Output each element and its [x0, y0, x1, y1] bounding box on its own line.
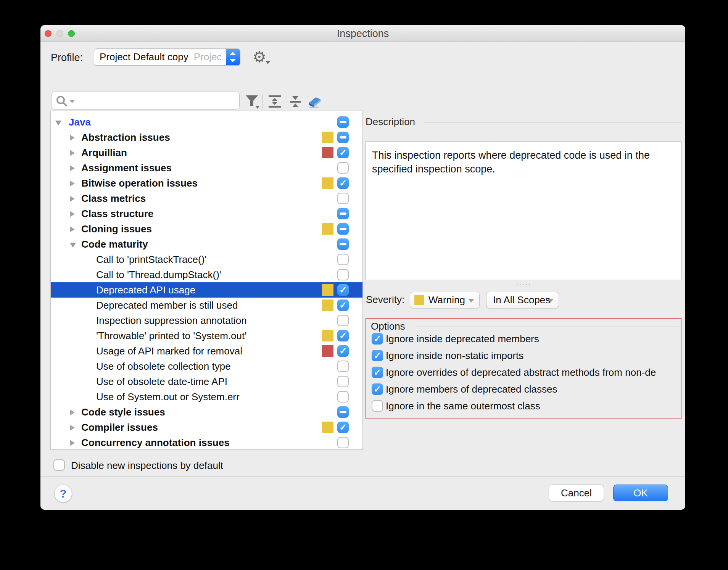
cancel-button[interactable]: Cancel	[549, 485, 604, 501]
option-label: Ignore overrides of deprecated abstract …	[386, 367, 656, 378]
inspection-checkbox[interactable]	[337, 376, 349, 387]
collapse-toggle-icon[interactable]	[55, 121, 61, 126]
option-row[interactable]: Ignore in the same outermost class	[366, 400, 681, 412]
footer-separator	[40, 476, 685, 477]
option-row[interactable]: ✓Ignore inside deprecated members	[366, 333, 681, 345]
inspections-tree[interactable]: JavaAbstraction issuesArquillian✓Assignm…	[50, 111, 363, 450]
tree-row[interactable]: Call to 'printStackTrace()'	[51, 252, 362, 267]
disable-new-inspections-checkbox[interactable]	[53, 459, 65, 471]
tree-row[interactable]: Class structure	[51, 206, 362, 221]
splitter-handle[interactable]: ··········	[513, 282, 535, 288]
tree-row[interactable]: Concurrency annotation issues	[51, 435, 362, 450]
inspection-checkbox[interactable]: ✓	[337, 422, 349, 433]
tree-item-label: Deprecated API usage	[96, 282, 195, 298]
option-row[interactable]: ✓Ignore members of deprecated classes	[366, 383, 681, 395]
tree-row[interactable]: Deprecated member is still used✓	[51, 298, 362, 313]
gear-icon[interactable]: ⚙	[253, 49, 266, 65]
inspection-checkbox[interactable]	[337, 406, 349, 418]
inspection-checkbox[interactable]: ✓	[337, 147, 349, 158]
profile-dropdown[interactable]: Project Default copyProjec	[94, 48, 240, 66]
collapse-toggle-icon[interactable]	[70, 243, 76, 248]
option-checkbox[interactable]: ✓	[372, 350, 383, 361]
option-row[interactable]: ✓Ignore overrides of deprecated abstract…	[366, 367, 681, 378]
inspection-checkbox[interactable]	[337, 269, 349, 280]
inspection-checkbox[interactable]	[337, 132, 349, 143]
expand-toggle-icon[interactable]	[70, 425, 75, 431]
inspection-checkbox[interactable]: ✓	[337, 299, 349, 311]
tree-row[interactable]: Use of obsolete collection type	[51, 359, 362, 374]
chevron-down-icon	[548, 299, 554, 303]
help-button[interactable]: ?	[54, 485, 72, 502]
inspection-checkbox[interactable]	[337, 254, 349, 265]
tree-row[interactable]: Arquillian✓	[51, 145, 362, 160]
collapse-all-icon[interactable]	[287, 93, 304, 110]
option-checkbox[interactable]: ✓	[372, 333, 383, 345]
tree-item-label: Code maturity	[81, 237, 148, 252]
inspection-checkbox[interactable]	[337, 315, 349, 326]
expand-toggle-icon[interactable]	[70, 196, 75, 202]
expand-toggle-icon[interactable]	[70, 226, 75, 232]
warning-swatch-icon	[322, 284, 333, 296]
disable-new-inspections-label: Disable new inspections by default	[71, 459, 223, 472]
warning-swatch-icon	[322, 177, 333, 189]
inspection-checkbox[interactable]: ✓	[337, 330, 349, 341]
tree-row[interactable]: Code style issues	[51, 404, 362, 420]
tree-row[interactable]: Compiler issues✓	[51, 420, 362, 435]
tree-row[interactable]: Deprecated API usage✓	[51, 282, 362, 298]
expand-toggle-icon[interactable]	[70, 135, 75, 141]
scope-value: In All Scopes	[493, 292, 550, 308]
tree-row[interactable]: Usage of API marked for removal✓	[51, 343, 362, 359]
tree-row[interactable]: Inspection suppression annotation	[51, 313, 362, 328]
warning-swatch-icon	[322, 132, 333, 143]
tree-row[interactable]: Use of System.out or System.err	[51, 389, 362, 404]
tree-item-label: Compiler issues	[81, 420, 158, 435]
inspection-checkbox[interactable]	[337, 238, 349, 250]
expand-toggle-icon[interactable]	[70, 211, 75, 217]
inspection-checkbox[interactable]: ✓	[337, 345, 349, 357]
tree-row[interactable]: Use of obsolete date-time API	[51, 374, 362, 389]
tree-row[interactable]: Call to 'Thread.dumpStack()'	[51, 267, 362, 282]
window-title: Inspections	[40, 25, 685, 42]
tree-item-label: Java	[69, 114, 91, 130]
inspection-checkbox[interactable]	[337, 223, 349, 235]
search-input[interactable]	[74, 93, 234, 108]
expand-toggle-icon[interactable]	[70, 440, 75, 446]
expand-toggle-icon[interactable]	[70, 180, 75, 187]
tree-row[interactable]: Class metrics	[51, 191, 362, 206]
tree-row[interactable]: Code maturity	[51, 237, 362, 252]
expand-toggle-icon[interactable]	[70, 150, 75, 156]
severity-dropdown[interactable]: Warning	[410, 292, 480, 308]
option-checkbox[interactable]	[372, 400, 383, 412]
expand-toggle-icon[interactable]	[70, 409, 75, 415]
option-checkbox[interactable]: ✓	[372, 383, 383, 395]
option-row[interactable]: ✓Ignore inside non-static imports	[366, 350, 681, 361]
error-swatch-icon	[322, 147, 333, 158]
inspection-checkbox[interactable]	[337, 437, 349, 448]
warning-swatch-icon	[414, 295, 424, 305]
options-label: Options	[371, 320, 405, 332]
inspection-checkbox[interactable]	[337, 116, 349, 128]
dropdown-stepper-icon[interactable]	[226, 48, 240, 66]
inspection-checkbox[interactable]	[337, 162, 349, 174]
tree-row[interactable]: Cloning issues	[51, 221, 362, 237]
tree-row[interactable]: Assignment issues	[51, 160, 362, 176]
inspection-checkbox[interactable]	[337, 361, 349, 372]
inspection-checkbox[interactable]	[337, 391, 349, 403]
tree-row[interactable]: Bitwise operation issues✓	[51, 176, 362, 191]
reset-eraser-icon[interactable]	[305, 93, 322, 110]
tree-row[interactable]: 'Throwable' printed to 'System.out'✓	[51, 328, 362, 343]
inspection-checkbox[interactable]: ✓	[337, 284, 349, 296]
description-separator	[424, 122, 681, 122]
filter-icon[interactable]	[243, 93, 260, 110]
expand-toggle-icon[interactable]	[70, 165, 75, 171]
inspection-checkbox[interactable]	[337, 208, 349, 219]
search-field[interactable]	[51, 92, 240, 109]
inspection-checkbox[interactable]: ✓	[337, 177, 349, 189]
scope-dropdown[interactable]: In All Scopes	[486, 292, 559, 308]
option-checkbox[interactable]: ✓	[372, 367, 383, 378]
tree-row[interactable]: Java	[51, 114, 362, 130]
ok-button[interactable]: OK	[613, 485, 668, 501]
expand-all-icon[interactable]	[266, 93, 283, 110]
inspection-checkbox[interactable]	[337, 193, 349, 204]
tree-row[interactable]: Abstraction issues	[51, 130, 362, 145]
